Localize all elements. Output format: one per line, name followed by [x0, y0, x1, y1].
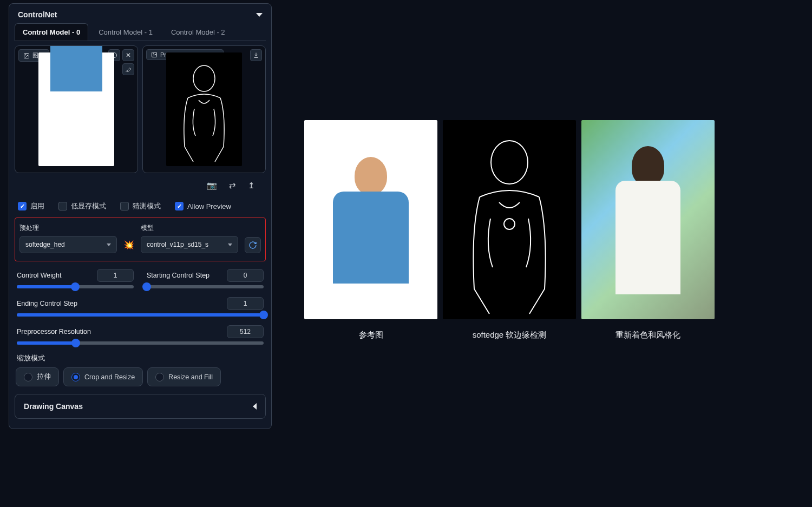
slider-track[interactable] [17, 313, 264, 317]
control-weight-label: Control Weight [17, 272, 61, 279]
upload-icon[interactable]: ↥ [248, 181, 255, 190]
allow-preview-checkbox[interactable]: Allow Preview [175, 202, 231, 210]
camera-icon[interactable]: 📷 [207, 181, 217, 190]
resolution-value[interactable]: 512 [227, 325, 264, 338]
model-label: 模型 [141, 223, 238, 233]
resize-mode-radios: 拉伸 Crop and Resize Resize and Fill [15, 367, 266, 386]
controlnet-panel: ControlNet Control Model - 0 Control Mod… [9, 3, 272, 429]
svg-point-4 [193, 65, 215, 91]
model-select[interactable]: control_v11p_sd15_s [141, 236, 238, 253]
lowvram-label: 低显存模式 [71, 201, 106, 211]
close-button[interactable]: ✕ [122, 49, 134, 61]
refresh-icon [248, 241, 257, 249]
svg-point-1 [25, 54, 27, 55]
resize-crop-radio[interactable]: Crop and Resize [63, 367, 143, 386]
model-value: control_v11p_sd15_s [147, 241, 208, 248]
resolution-slider[interactable]: Preprocessor Resolution512 [15, 322, 266, 350]
control-weight-slider[interactable]: Control Weight1 [15, 266, 136, 294]
gallery-item: 重新着色和风格化 [581, 120, 715, 340]
gallery-caption: softedge 软边缘检测 [473, 330, 547, 340]
edge-preview-graphic [172, 60, 237, 163]
preview-image-placeholder [166, 52, 242, 166]
tab-control-model-2[interactable]: Control Model - 2 [163, 23, 233, 41]
input-image-box[interactable]: 图像 ✕ [15, 45, 138, 173]
preprocessor-select[interactable]: softedge_hed [19, 236, 117, 253]
starting-step-label: Starting Control Step [147, 272, 209, 279]
allow-preview-label: Allow Preview [187, 202, 231, 210]
starting-step-slider[interactable]: Starting Control Step0 [145, 266, 266, 294]
svg-point-3 [153, 54, 154, 55]
image-icon [151, 51, 158, 58]
input-image-placeholder [38, 52, 114, 166]
resize-mode-label: 缩放模式 [15, 350, 266, 367]
resize-crop-label: Crop and Resize [84, 373, 135, 381]
panel-title: ControlNet [18, 10, 57, 19]
reference-image [304, 120, 437, 319]
checkbox-icon [58, 202, 67, 210]
edge-graphic [453, 132, 566, 316]
run-preprocessor-button[interactable]: 💥 [123, 240, 134, 253]
enable-label: 启用 [30, 201, 44, 211]
radio-icon [71, 373, 80, 381]
gallery-item: 参考图 [304, 120, 437, 340]
resize-fill-label: Resize and Fill [168, 373, 213, 381]
softedge-image [443, 120, 576, 319]
download-button[interactable] [250, 49, 262, 61]
control-weight-value[interactable]: 1 [97, 269, 134, 282]
refresh-models-button[interactable] [245, 237, 261, 253]
panel-header[interactable]: ControlNet [15, 8, 266, 23]
tab-control-model-0[interactable]: Control Model - 0 [15, 23, 88, 41]
preprocessor-value: softedge_hed [25, 241, 65, 248]
gallery-item: softedge 软边缘检测 [443, 120, 576, 340]
gallery-caption: 重新着色和风格化 [615, 330, 680, 340]
preview-image-box[interactable]: Preprocessor Preview [142, 45, 266, 173]
radio-icon [155, 373, 164, 381]
svg-point-5 [491, 141, 528, 184]
image-row: 图像 ✕ Preprocessor Preview [15, 45, 266, 173]
preprocessor-label: 预处理 [19, 223, 117, 233]
ending-step-label: Ending Control Step [17, 300, 77, 307]
model-tabs: Control Model - 0 Control Model - 1 Cont… [15, 23, 266, 41]
stylized-image [581, 120, 715, 319]
gallery-caption: 参考图 [359, 330, 383, 340]
resize-stretch-radio[interactable]: 拉伸 [16, 367, 59, 386]
slider-track[interactable] [17, 285, 134, 288]
ending-step-slider[interactable]: Ending Control Step1 [15, 294, 266, 322]
swap-icon[interactable]: ⇄ [229, 181, 236, 190]
drawing-canvas-label: Drawing Canvas [24, 402, 83, 411]
image-icon [23, 52, 30, 59]
options-row: 启用 低显存模式 猜测模式 Allow Preview [15, 196, 266, 216]
resize-stretch-label: 拉伸 [37, 372, 51, 381]
collapse-caret-icon[interactable] [256, 13, 263, 17]
drawing-canvas-toggle[interactable]: Drawing Canvas [15, 394, 266, 419]
checkbox-icon [175, 202, 184, 210]
checkbox-icon [120, 202, 129, 210]
slider-track[interactable] [17, 341, 264, 345]
svg-point-6 [504, 219, 515, 229]
output-gallery: 参考图 softedge 软边缘检测 重新着色和风格化 [304, 120, 715, 340]
resize-fill-radio[interactable]: Resize and Fill [147, 367, 221, 386]
chevron-down-icon [228, 243, 232, 246]
lowvram-checkbox[interactable]: 低显存模式 [58, 201, 106, 211]
checkbox-icon [18, 202, 27, 210]
expand-left-icon [253, 403, 257, 410]
slider-track[interactable] [147, 285, 264, 288]
starting-step-value[interactable]: 0 [227, 269, 264, 282]
radio-icon [24, 373, 32, 381]
enable-checkbox[interactable]: 启用 [18, 201, 44, 211]
chevron-down-icon [107, 243, 111, 246]
tab-control-model-1[interactable]: Control Model - 1 [90, 23, 161, 41]
guess-label: 猜测模式 [133, 201, 161, 211]
resolution-label: Preprocessor Resolution [17, 328, 91, 335]
mid-action-icons: 📷 ⇄ ↥ [15, 173, 266, 196]
ending-step-value[interactable]: 1 [227, 297, 264, 310]
edit-button[interactable] [122, 63, 134, 75]
preprocessor-model-section: 预处理 softedge_hed 💥 模型 control_v11p_sd15_… [15, 218, 266, 261]
guess-checkbox[interactable]: 猜测模式 [120, 201, 161, 211]
